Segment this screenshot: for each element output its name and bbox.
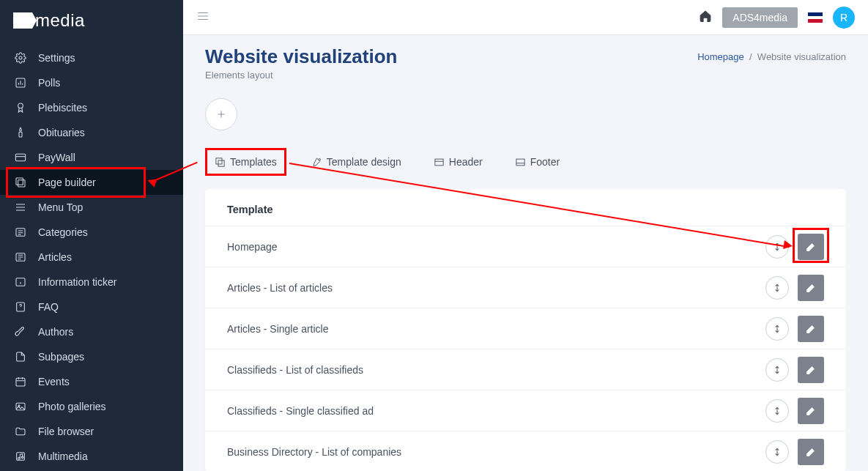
sidebar-item-articles[interactable]: Articles	[0, 245, 183, 270]
breadcrumb-current: Website visualization	[757, 51, 846, 62]
tab-label: Templates	[230, 156, 277, 168]
edit-icon	[805, 446, 817, 458]
svg-rect-4	[15, 154, 25, 160]
user-avatar[interactable]: R	[833, 7, 855, 29]
templates-card: Template Homepage Articles - List of art…	[205, 189, 846, 471]
sidebar-item-page-builder[interactable]: Page builder	[0, 170, 183, 195]
svg-point-19	[319, 158, 321, 160]
sidebar-item-paywall[interactable]: PayWall	[0, 145, 183, 170]
sidebar-item-events[interactable]: Events	[0, 369, 183, 394]
edit-icon	[805, 282, 817, 294]
tenant-badge[interactable]: ADS4media	[722, 7, 798, 28]
sidebar-item-categories[interactable]: Categories	[0, 220, 183, 245]
sidebar-item-subpages[interactable]: Subpages	[0, 344, 183, 369]
sidebar-item-information-ticker[interactable]: Information ticker	[0, 270, 183, 294]
sidebar-item-label: Articles	[38, 251, 72, 263]
brand-logo[interactable]: media	[0, 0, 183, 41]
updown-icon	[772, 283, 782, 293]
music-icon	[13, 449, 28, 464]
sidebar-item-label: Settings	[38, 52, 75, 64]
edit-button[interactable]	[798, 316, 824, 342]
layout-top-icon	[434, 157, 445, 168]
sidebar-item-authors[interactable]: Authors	[0, 319, 183, 344]
sidebar-item-label: Photo galleries	[38, 401, 106, 412]
bar-chart-icon	[13, 75, 28, 90]
tab-footer[interactable]: Footer	[508, 150, 567, 174]
reorder-button[interactable]	[765, 235, 789, 259]
template-row: Classifieds - List of classifieds	[205, 349, 846, 390]
template-row: Classifieds - Single classified ad	[205, 390, 846, 431]
tab-templates[interactable]: Templates	[205, 148, 286, 176]
edit-button[interactable]	[798, 398, 824, 424]
reorder-button[interactable]	[765, 399, 789, 423]
sidebar-item-plebiscites[interactable]: Plebiscites	[0, 95, 183, 120]
tab-label: Footer	[530, 156, 560, 168]
edit-icon	[805, 405, 817, 417]
svg-point-2	[18, 103, 23, 108]
add-button[interactable]	[205, 98, 237, 130]
brand-icon	[13, 12, 32, 29]
sidebar-item-menu-top[interactable]: Menu Top	[0, 195, 183, 220]
tab-template-design[interactable]: Template design	[304, 150, 409, 174]
edit-button[interactable]	[798, 234, 824, 260]
template-name: Articles - Single article	[227, 323, 329, 335]
template-name: Homepage	[227, 241, 278, 253]
sidebar: media Settings Polls Plebiscites Obituar…	[0, 0, 183, 471]
sidebar-item-label: Categories	[38, 226, 88, 238]
sidebar-item-label: Obituaries	[38, 127, 85, 138]
svg-rect-6	[18, 180, 25, 187]
pen-icon	[13, 324, 28, 339]
template-name: Business Directory - List of companies	[227, 446, 401, 458]
updown-icon	[772, 447, 782, 457]
tabs: Templates Template design Header Footer	[205, 148, 846, 176]
image-icon	[13, 399, 28, 414]
tab-header[interactable]: Header	[426, 150, 490, 174]
language-flag-icon[interactable]	[808, 12, 823, 23]
article-icon	[13, 250, 28, 264]
menu-toggle-icon[interactable]	[196, 10, 209, 26]
sidebar-item-multimedia[interactable]: Multimedia	[0, 444, 183, 469]
brand-text: media	[35, 10, 85, 31]
breadcrumb-parent[interactable]: Homepage	[697, 51, 744, 62]
tab-label: Header	[449, 156, 483, 168]
sidebar-item-label: Subpages	[38, 351, 84, 363]
sidebar-item-settings[interactable]: Settings	[0, 45, 183, 70]
sidebar-item-polls[interactable]: Polls	[0, 70, 183, 95]
reorder-button[interactable]	[765, 317, 789, 341]
svg-rect-21	[516, 159, 524, 166]
page-head: Website visualization Elements layout Ho…	[205, 35, 846, 81]
template-row: Business Directory - List of companies	[205, 431, 846, 471]
sidebar-item-label: Polls	[38, 77, 60, 89]
sidebar-item-photo-galleries[interactable]: Photo galleries	[0, 394, 183, 419]
candle-icon	[13, 125, 28, 140]
sidebar-item-file-browser[interactable]: File browser	[0, 419, 183, 444]
breadcrumb: Homepage / Website visualization	[697, 51, 846, 62]
list-icon	[13, 225, 28, 240]
sidebar-item-obituaries[interactable]: Obituaries	[0, 120, 183, 145]
edit-button[interactable]	[798, 275, 824, 301]
info-icon	[13, 275, 28, 289]
sidebar-nav: Settings Polls Plebiscites Obituaries Pa…	[0, 41, 183, 469]
file-icon	[13, 349, 28, 364]
edit-button[interactable]	[798, 357, 824, 383]
plus-icon	[215, 108, 227, 120]
svg-rect-20	[435, 159, 443, 166]
gear-icon	[13, 51, 28, 65]
reorder-button[interactable]	[765, 358, 789, 382]
edit-icon	[805, 323, 817, 335]
tab-label: Template design	[327, 156, 401, 168]
edit-button[interactable]	[798, 439, 824, 465]
sidebar-item-faq[interactable]: FAQ	[0, 294, 183, 319]
sidebar-item-label: FAQ	[38, 301, 59, 313]
reorder-button[interactable]	[765, 276, 789, 300]
home-icon[interactable]	[699, 10, 712, 26]
template-row: Articles - Single article	[205, 308, 846, 349]
paint-icon	[311, 157, 322, 168]
reorder-button[interactable]	[765, 440, 789, 464]
sidebar-item-label: File browser	[38, 426, 94, 437]
svg-rect-5	[16, 178, 23, 185]
template-name: Classifieds - List of classifieds	[227, 364, 363, 376]
sidebar-item-label: Events	[38, 376, 70, 387]
sidebar-item-label: Menu Top	[38, 201, 83, 213]
edit-icon	[805, 241, 817, 253]
